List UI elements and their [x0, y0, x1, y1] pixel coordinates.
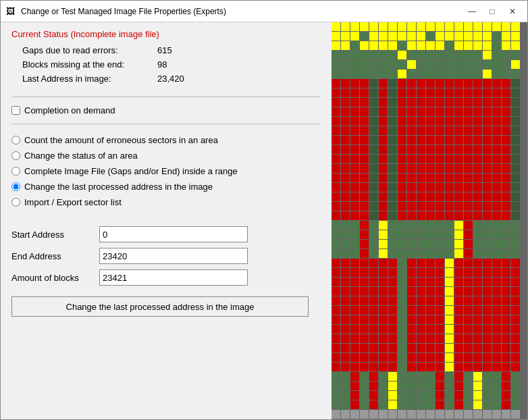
radio-complete-image[interactable] — [11, 167, 20, 176]
address-value: 23,420 — [157, 74, 184, 84]
radio-row-1: Change the status of an area — [11, 149, 321, 162]
status-title: Current Status (Incomplete image file) — [11, 29, 321, 39]
status-row-blocks: Blocks missing at the end: 98 — [11, 57, 321, 72]
radio-label-2[interactable]: Complete Image File (Gaps and/or End) in… — [24, 166, 238, 176]
amount-blocks-input[interactable] — [99, 269, 248, 286]
radio-count-errors[interactable] — [11, 136, 20, 145]
field-row-end: End Address — [11, 248, 321, 264]
blocks-label: Blocks missing at the end: — [22, 59, 157, 70]
status-section: Current Status (Incomplete image file) G… — [11, 29, 321, 86]
field-row-start: Start Address — [11, 226, 321, 242]
right-panel — [332, 22, 527, 419]
main-window: 🖼 Change or Test Managed Image File Prop… — [0, 0, 528, 420]
divider-2 — [11, 124, 321, 124]
gaps-value: 615 — [157, 45, 172, 55]
radio-row-4: Import / Export sector list — [11, 196, 321, 209]
minimize-button[interactable]: — — [463, 4, 481, 19]
field-row-blocks: Amount of blocks — [11, 269, 321, 286]
radio-import-export[interactable] — [11, 198, 20, 207]
start-address-input[interactable] — [99, 226, 248, 242]
gaps-label: Gaps due to read errors: — [22, 45, 157, 55]
completion-label[interactable]: Completion on demand — [24, 105, 115, 115]
start-address-label: Start Address — [11, 230, 93, 240]
radio-row-3: Change the last processed address in the… — [11, 180, 321, 193]
action-button[interactable]: Change the last processed address in the… — [11, 296, 309, 317]
fields-section: Start Address End Address Amount of bloc… — [11, 226, 321, 286]
maximize-button[interactable]: □ — [483, 4, 502, 19]
radio-change-address[interactable] — [11, 182, 20, 191]
end-address-label: End Address — [11, 251, 93, 261]
left-panel: Current Status (Incomplete image file) G… — [1, 22, 332, 419]
address-label: Last Address in image: — [22, 74, 157, 84]
pixel-grid-canvas — [332, 22, 527, 419]
window-icon: 🖼 — [6, 6, 17, 17]
status-row-gaps: Gaps due to read errors: 615 — [11, 43, 321, 57]
radio-label-4[interactable]: Import / Export sector list — [24, 197, 122, 207]
radio-change-status[interactable] — [11, 151, 20, 160]
close-button[interactable]: ✕ — [503, 4, 522, 19]
titlebar-buttons: — □ ✕ — [463, 4, 522, 19]
radio-row-2: Complete Image File (Gaps and/or End) in… — [11, 165, 321, 178]
window-title: Change or Test Managed Image File Proper… — [21, 7, 463, 16]
blocks-value: 98 — [157, 59, 167, 70]
status-row-address: Last Address in image: 23,420 — [11, 72, 321, 86]
completion-checkbox-row: Completion on demand — [11, 103, 321, 118]
radio-row-0: Count the amount of erroneous sectors in… — [11, 134, 321, 147]
radio-label-0[interactable]: Count the amount of erroneous sectors in… — [24, 135, 218, 145]
end-address-input[interactable] — [99, 248, 248, 264]
divider-1 — [11, 97, 321, 97]
content-area: Current Status (Incomplete image file) G… — [1, 22, 527, 419]
radio-label-3[interactable]: Change the last processed address in the… — [24, 182, 213, 192]
completion-checkbox[interactable] — [11, 106, 20, 115]
amount-blocks-label: Amount of blocks — [11, 273, 93, 283]
radio-section: Count the amount of erroneous sectors in… — [11, 130, 321, 213]
radio-label-1[interactable]: Change the status of an area — [24, 151, 138, 161]
button-section: Change the last processed address in the… — [11, 296, 321, 317]
titlebar: 🖼 Change or Test Managed Image File Prop… — [1, 1, 527, 22]
